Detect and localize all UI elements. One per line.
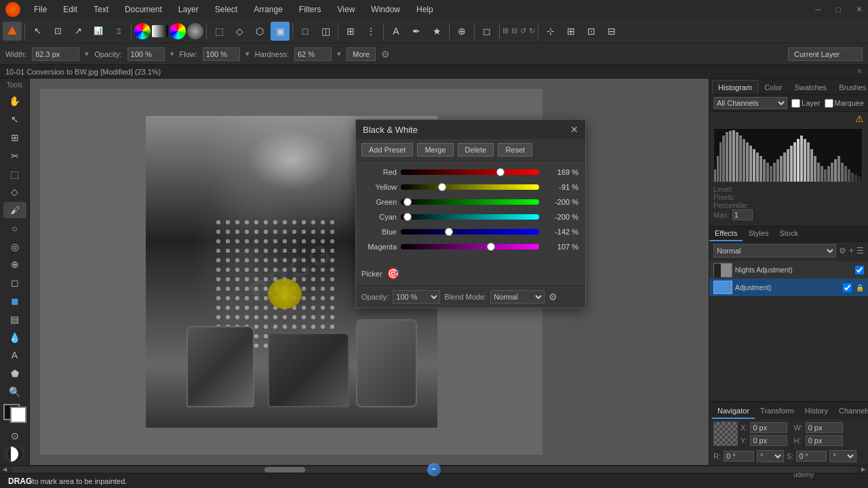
tool-freehand[interactable]: ◇ xyxy=(3,184,26,201)
layer-item-2[interactable]: Adjustment) 🔒 xyxy=(709,279,868,296)
tool-text[interactable]: A xyxy=(3,347,26,364)
opacity-dropdown[interactable]: ▾ xyxy=(170,49,174,58)
merge-btn[interactable]: Merge xyxy=(417,143,453,157)
menu-filters[interactable]: Filters xyxy=(296,3,324,16)
picker-icon[interactable]: 🎯 xyxy=(387,267,400,280)
tool-shape[interactable]: ⬟ xyxy=(3,365,26,382)
close-btn[interactable]: ✕ xyxy=(856,5,863,14)
menu-text[interactable]: Text xyxy=(91,3,111,16)
toolbar-color3[interactable]: ⊟ xyxy=(602,22,621,41)
scroll-thumb[interactable] xyxy=(264,467,305,472)
h-input[interactable] xyxy=(806,435,843,446)
panel-menu-icon[interactable]: ✕ xyxy=(856,67,863,76)
background-color[interactable] xyxy=(10,407,26,423)
toolbar-share[interactable]: ⑄ xyxy=(109,22,128,41)
tab-channels[interactable]: Channels xyxy=(833,404,868,419)
blend-mode-dropdown[interactable]: Normal xyxy=(713,244,836,258)
tool-extra[interactable]: ⊙ xyxy=(3,427,26,444)
flow-input[interactable] xyxy=(203,47,240,61)
layer-lock-icon[interactable]: 🔒 xyxy=(856,284,864,291)
flow-dropdown[interactable]: ▾ xyxy=(245,49,250,58)
tab-color[interactable]: Color xyxy=(758,80,788,94)
r-unit-select[interactable]: ° xyxy=(757,450,784,462)
tab-histogram[interactable]: Histogram xyxy=(712,80,758,94)
toolbar-chart[interactable]: 📊 xyxy=(89,22,108,41)
blend-add-icon[interactable]: + xyxy=(849,246,854,256)
tool-stamp[interactable]: ⊕ xyxy=(3,256,26,273)
delete-btn[interactable]: Delete xyxy=(458,143,494,157)
scroll-right-btn[interactable]: ▶ xyxy=(859,466,868,474)
cyan-track[interactable] xyxy=(401,214,539,220)
toolbar-color-wheel[interactable] xyxy=(134,23,151,39)
tab-styles[interactable]: Styles xyxy=(743,226,774,241)
w-input[interactable] xyxy=(806,422,843,433)
toolbar-select-brush[interactable]: ▣ xyxy=(271,22,290,41)
layer-check-label[interactable]: Layer xyxy=(791,99,821,108)
toolbar-select-lasso[interactable]: ◇ xyxy=(230,22,249,41)
toolbar-color2[interactable] xyxy=(170,23,186,39)
toolbar-shape[interactable]: ◫ xyxy=(316,22,335,41)
blue-thumb[interactable] xyxy=(445,228,453,236)
tab-history[interactable]: History xyxy=(800,404,833,419)
scroll-left-btn[interactable]: ◀ xyxy=(0,466,9,474)
magenta-track[interactable] xyxy=(401,244,539,249)
toolbar-move[interactable]: ↖ xyxy=(28,22,47,41)
reset-btn[interactable]: Reset xyxy=(498,143,532,157)
yellow-thumb[interactable] xyxy=(438,183,446,191)
tool-gradient[interactable]: ▤ xyxy=(3,310,26,327)
channel-select[interactable]: All Channels xyxy=(713,97,787,109)
tool-blur[interactable]: ◎ xyxy=(3,238,26,255)
toolbar-align[interactable]: ⋮ xyxy=(361,22,380,41)
tool-mask[interactable] xyxy=(5,445,25,462)
toolbar-grid[interactable]: ⊞ xyxy=(561,22,580,41)
toolbar-crop[interactable]: ⊡ xyxy=(48,22,67,41)
tool-zoom[interactable]: 🔍 xyxy=(3,384,26,401)
tool-select[interactable]: ⬚ xyxy=(3,165,26,182)
toolbar-pen[interactable]: ✒ xyxy=(407,22,426,41)
blend-list-icon[interactable]: ☰ xyxy=(856,246,864,256)
layer-checkbox[interactable] xyxy=(791,99,800,108)
blue-track[interactable] xyxy=(401,229,539,235)
layer-visibility-2[interactable] xyxy=(843,283,852,292)
tool-move[interactable]: ↖ xyxy=(3,111,26,128)
r-input[interactable] xyxy=(724,451,754,462)
toolbar-icon-affinity[interactable] xyxy=(3,22,22,41)
s-unit-select[interactable]: ° xyxy=(829,450,856,462)
yellow-track[interactable] xyxy=(401,184,539,190)
toolbar-tone[interactable] xyxy=(187,23,203,39)
menu-file[interactable]: File xyxy=(31,3,50,16)
red-thumb[interactable] xyxy=(496,168,505,176)
red-track[interactable] xyxy=(401,169,539,175)
toolbar-text[interactable]: A xyxy=(387,22,406,41)
dialog-title-bar[interactable]: Black & White ✕ xyxy=(356,120,585,139)
opacity-input[interactable] xyxy=(127,47,165,61)
current-layer-btn[interactable]: Current Layer xyxy=(788,47,863,61)
toolbar-shape2[interactable]: ★ xyxy=(427,22,446,41)
tab-brushes[interactable]: Brushes xyxy=(833,80,868,94)
menu-select[interactable]: Select xyxy=(212,3,240,16)
cyan-thumb[interactable] xyxy=(403,213,412,221)
tool-fill[interactable]: ◼ xyxy=(3,293,26,310)
toolbar-select-magic[interactable]: ⬡ xyxy=(250,22,269,41)
layer-visibility-1[interactable] xyxy=(855,266,864,274)
max-input[interactable] xyxy=(732,209,753,220)
minimize-btn[interactable]: ─ xyxy=(815,5,821,14)
toolbar-eraser[interactable]: ◻ xyxy=(477,22,496,41)
magenta-thumb[interactable] xyxy=(487,243,495,251)
menu-layer[interactable]: Layer xyxy=(176,3,201,16)
menu-window[interactable]: Window xyxy=(368,3,403,16)
dialog-close-btn[interactable]: ✕ xyxy=(570,124,578,135)
add-preset-btn[interactable]: Add Preset xyxy=(361,143,413,157)
tool-dodge[interactable]: ○ xyxy=(3,220,26,237)
toolbar-zoom[interactable]: ⊕ xyxy=(452,22,471,41)
opacity-select[interactable]: 100 % xyxy=(393,290,440,304)
x-input[interactable] xyxy=(750,422,787,433)
toolbar-select-rect[interactable]: ⬚ xyxy=(210,22,229,41)
tab-effects[interactable]: Effects xyxy=(709,226,743,241)
hardness-dropdown[interactable]: ▾ xyxy=(337,49,341,58)
tab-stock[interactable]: Stock xyxy=(774,226,804,241)
menu-document[interactable]: Document xyxy=(122,3,165,16)
toolbar-transform[interactable]: ⊞ xyxy=(341,22,360,41)
menu-edit[interactable]: Edit xyxy=(60,3,80,16)
toolbar-export[interactable]: ↗ xyxy=(68,22,87,41)
